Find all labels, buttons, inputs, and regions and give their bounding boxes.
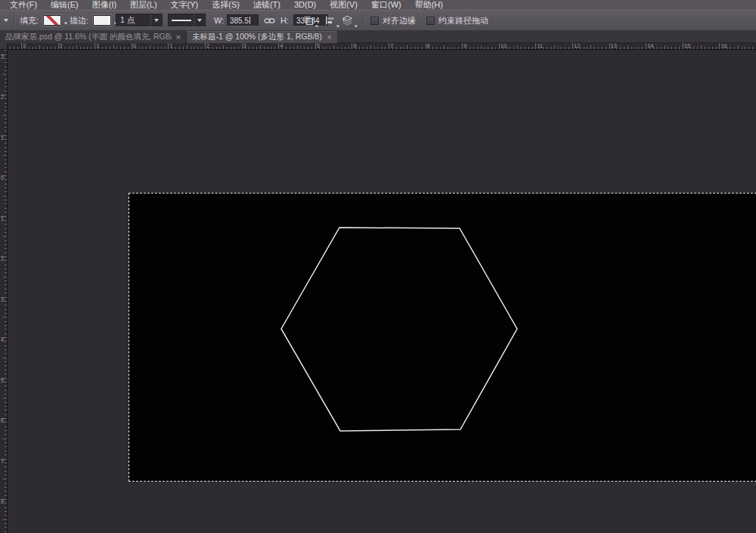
menu-edit[interactable]: 编辑(E): [44, 0, 85, 10]
ruler-tick: [594, 47, 595, 49]
ruler-tick: [5, 426, 7, 427]
ruler-tick: [5, 110, 7, 111]
ruler-tick: [429, 47, 429, 49]
document-tab-inactive[interactable]: 品牌家居.psd @ 11.6% (半圆 的颜色填充, RGB/8#) * ×: [0, 31, 187, 43]
ruler-tick: [705, 47, 705, 49]
document-tab-active[interactable]: 未标题-1 @ 100% (多边形 1, RGB/8) * ×: [187, 31, 337, 43]
ruler-tick: [554, 45, 555, 49]
menu-help[interactable]: 帮助(H): [408, 0, 450, 10]
width-value: 385.5: [230, 17, 249, 25]
ruler-tick: [5, 265, 7, 265]
ruler-tick: [469, 47, 470, 49]
close-tab-icon[interactable]: ×: [327, 33, 332, 41]
ruler-tick: [5, 466, 7, 467]
align-edges-checkbox[interactable]: 对齐边缘: [370, 11, 416, 30]
ruler-tick: [5, 203, 7, 204]
chevron-down-icon: [194, 14, 205, 26]
document-tab-title: 品牌家居.psd @ 11.6% (半圆 的颜色填充, RGB/8#) *: [5, 32, 172, 42]
path-alignment-icon: [324, 15, 335, 26]
ruler-tick: [91, 47, 91, 49]
ruler-tick: [5, 67, 7, 67]
ruler-tick: [330, 47, 330, 49]
ruler-tick: [278, 43, 279, 49]
ruler-corner[interactable]: [0, 43, 8, 50]
ruler-tick: [3, 398, 7, 398]
ruler-tick: [565, 47, 565, 49]
close-tab-icon[interactable]: ×: [176, 33, 181, 41]
ruler-tick: [58, 43, 59, 49]
ruler-tick: [205, 43, 206, 49]
stroke-style-combo[interactable]: [168, 11, 206, 30]
constrain-path-drag-checkbox[interactable]: 约束路径拖动: [426, 11, 488, 30]
ruler-tick: [576, 47, 577, 49]
ruler-tick: [146, 47, 147, 49]
document-canvas-with-selection-marquee[interactable]: [129, 193, 756, 482]
menu-filter[interactable]: 滤镜(T): [246, 0, 287, 10]
ruler-tick: [5, 139, 7, 140]
ruler-tick: [646, 43, 646, 49]
ruler-tick: [5, 503, 7, 504]
menu-window[interactable]: 窗口(W): [364, 0, 408, 10]
ruler-tick: [5, 491, 7, 491]
ruler-tick: [5, 119, 7, 119]
ruler-horizontal[interactable]: 32101234567891011121314151617: [8, 43, 756, 50]
ruler-tick: [98, 47, 99, 49]
ruler-tick: [219, 47, 220, 49]
link-dimensions-button[interactable]: [264, 11, 275, 30]
ruler-tick: [216, 47, 217, 49]
ruler-tick: [128, 47, 129, 49]
ruler-tick: [5, 122, 7, 123]
menu-select[interactable]: 选择(S): [205, 0, 246, 10]
ruler-tick: [341, 47, 342, 49]
ruler-tick: [5, 414, 7, 415]
menu-type[interactable]: 文字(Y): [164, 0, 206, 10]
ruler-tick: [642, 47, 643, 49]
ruler-tick: [212, 47, 213, 49]
ruler-tick: [5, 309, 7, 310]
ruler-tick: [513, 47, 514, 49]
ruler-tick: [3, 196, 7, 197]
canvas-pasteboard[interactable]: [8, 50, 756, 533]
ruler-tick: [3, 236, 7, 237]
menu-file[interactable]: 文件(F): [3, 0, 44, 10]
ruler-tick: [47, 47, 48, 49]
ruler-tick: [227, 47, 228, 49]
ruler-tick: [231, 47, 231, 49]
ruler-tick: [389, 43, 389, 49]
ruler-tick: [260, 45, 261, 49]
menu-view[interactable]: 视图(V): [323, 0, 364, 10]
ruler-tick: [39, 45, 40, 49]
ruler-tick: [5, 212, 7, 212]
ruler-tick: [5, 50, 7, 51]
fill-swatch[interactable]: [42, 11, 67, 30]
stroke-swatch[interactable]: [91, 11, 117, 30]
ruler-tick: [418, 47, 419, 49]
tool-preset-dropdown[interactable]: [4, 11, 8, 30]
ruler-tick: [223, 45, 224, 49]
ruler-tick: [414, 47, 415, 49]
ruler-tick: [157, 47, 158, 49]
ruler-vertical[interactable]: 3210123456789: [0, 50, 8, 533]
ruler-tick: [5, 103, 7, 104]
ruler-tick: [385, 47, 386, 49]
ruler-tick: [719, 43, 720, 49]
width-input[interactable]: 385.5: [227, 11, 259, 30]
path-operations-button[interactable]: [302, 11, 319, 30]
menu-image[interactable]: 图像(I): [85, 0, 123, 10]
path-alignment-button[interactable]: [324, 11, 340, 30]
ruler-tick: [616, 47, 617, 49]
ruler-tick: [5, 361, 7, 362]
ruler-tick: [5, 151, 7, 152]
menu-3d[interactable]: 3D(D): [287, 0, 323, 10]
ruler-tick: [5, 446, 7, 447]
ruler-tick: [5, 410, 7, 411]
ruler-tick: [462, 43, 463, 49]
path-arrangement-button[interactable]: [342, 11, 358, 30]
menu-layer[interactable]: 图层(L): [123, 0, 163, 10]
checkbox-icon: [426, 17, 435, 25]
width-label: W:: [214, 11, 224, 30]
stroke-width-combo[interactable]: 1 点: [116, 11, 163, 30]
ruler-tick: [1, 216, 7, 217]
ruler-tick: [5, 434, 7, 435]
ruler-tick: [5, 58, 7, 59]
